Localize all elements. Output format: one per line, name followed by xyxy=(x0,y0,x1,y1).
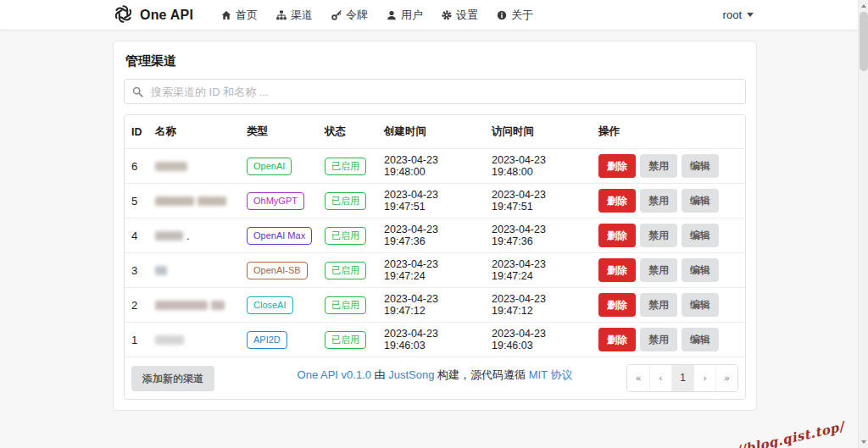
delete-button[interactable]: 删除 xyxy=(598,258,636,282)
channels-card: 管理渠道 ID 名称 类型 状态 创建时间 访问时间 操作 6 OpenAI 已… xyxy=(113,41,757,411)
scrollbar-thumb[interactable] xyxy=(860,12,868,71)
search-input[interactable] xyxy=(124,79,746,104)
channels-table: ID 名称 类型 状态 创建时间 访问时间 操作 6 OpenAI 已启用 20… xyxy=(124,114,746,400)
user-menu-dropdown[interactable]: root xyxy=(723,8,757,21)
nav-item-label: 令牌 xyxy=(346,8,368,23)
vertical-scrollbar[interactable] xyxy=(858,0,868,448)
channel-id: 6 xyxy=(126,155,150,178)
channel-id: 1 xyxy=(126,329,150,351)
type-badge: OpenAI xyxy=(247,158,292,175)
accessed-time: 2023-04-23 19:48:00 xyxy=(487,149,593,183)
delete-button[interactable]: 删除 xyxy=(598,328,636,351)
nav-item-label: 渠道 xyxy=(291,8,313,23)
one-api-logo-icon xyxy=(113,3,134,27)
accessed-time: 2023-04-23 19:47:36 xyxy=(487,218,593,252)
col-header-id: ID xyxy=(126,117,150,147)
accessed-time: 2023-04-23 19:47:12 xyxy=(487,288,593,322)
channel-id: 4 xyxy=(126,224,150,247)
table-row: 6 OpenAI 已启用 2023-04-23 19:48:00 2023-04… xyxy=(125,148,745,183)
nav-item-settings[interactable]: 设置 xyxy=(432,0,487,30)
delete-button[interactable]: 删除 xyxy=(598,154,636,178)
caret-down-icon xyxy=(747,13,754,17)
channel-name-redacted xyxy=(150,157,242,176)
sitemap-icon xyxy=(276,10,287,20)
redacted-blur-blob xyxy=(155,231,183,241)
nav-item-label: 首页 xyxy=(236,8,258,23)
key-icon xyxy=(331,10,342,20)
delete-button[interactable]: 删除 xyxy=(598,293,636,317)
page-title: 管理渠道 xyxy=(125,53,746,69)
disable-button[interactable]: 禁用 xyxy=(640,258,677,282)
table-row: 4 . OpenAI Max 已启用 2023-04-23 19:47:36 2… xyxy=(125,218,745,252)
created-time: 2023-04-23 19:47:51 xyxy=(379,184,487,218)
status-badge: 已启用 xyxy=(325,331,366,349)
accessed-time: 2023-04-23 19:47:51 xyxy=(487,184,593,218)
type-badge: OpenAI-SB xyxy=(247,262,308,279)
channel-id: 2 xyxy=(126,294,150,317)
disable-button[interactable]: 禁用 xyxy=(640,189,677,213)
status-badge: 已启用 xyxy=(325,227,366,245)
author-link[interactable]: JustSong xyxy=(388,368,434,381)
edit-button[interactable]: 编辑 xyxy=(682,293,719,317)
type-badge: CloseAI xyxy=(247,296,293,314)
disable-button[interactable]: 禁用 xyxy=(640,293,677,317)
disable-button[interactable]: 禁用 xyxy=(640,154,677,178)
type-badge: OhMyGPT xyxy=(247,192,304,210)
channel-name-redacted xyxy=(150,261,242,280)
version-link[interactable]: One API v0.1.0 xyxy=(298,368,371,381)
gear-icon xyxy=(442,10,452,20)
created-time: 2023-04-23 19:47:36 xyxy=(379,218,487,252)
license-link[interactable]: MIT 协议 xyxy=(529,368,573,381)
redacted-blur-blob xyxy=(155,335,184,345)
channel-id: 3 xyxy=(126,259,150,282)
channel-name-redacted xyxy=(150,191,242,211)
edit-button[interactable]: 编辑 xyxy=(682,328,719,351)
scroll-down-icon[interactable] xyxy=(861,440,866,444)
top-navbar: One API 首页 渠道 xyxy=(0,0,858,30)
nav-item-home[interactable]: 首页 xyxy=(212,0,267,30)
redacted-blur-blob xyxy=(155,196,194,206)
delete-button[interactable]: 删除 xyxy=(598,224,636,247)
delete-button[interactable]: 删除 xyxy=(598,189,636,213)
brand[interactable]: One API xyxy=(113,3,212,27)
table-row: 1 API2D 已启用 2023-04-23 19:46:03 2023-04-… xyxy=(125,322,745,357)
nav-item-tokens[interactable]: 令牌 xyxy=(322,0,377,30)
col-header-status: 状态 xyxy=(320,115,379,148)
redacted-blur-blob xyxy=(198,196,226,206)
redacted-blur-blob xyxy=(211,301,225,310)
edit-button[interactable]: 编辑 xyxy=(682,258,719,282)
nav-item-about[interactable]: 关于 xyxy=(487,0,542,30)
nav-item-channels[interactable]: 渠道 xyxy=(267,0,322,30)
accessed-time: 2023-04-23 19:47:24 xyxy=(487,253,593,287)
status-badge: 已启用 xyxy=(325,296,366,314)
home-icon xyxy=(221,10,231,20)
created-time: 2023-04-23 19:47:12 xyxy=(379,288,487,322)
brand-name: One API xyxy=(140,8,193,23)
nav-item-users[interactable]: 用户 xyxy=(377,0,432,30)
edit-button[interactable]: 编辑 xyxy=(682,154,719,178)
created-time: 2023-04-23 19:46:03 xyxy=(379,323,487,357)
col-header-accessed: 访问时间 xyxy=(487,115,593,148)
status-badge: 已启用 xyxy=(325,262,366,279)
scroll-up-icon[interactable] xyxy=(861,4,866,8)
redacted-blur-blob xyxy=(155,266,167,275)
type-badge: OpenAI Max xyxy=(247,227,312,245)
edit-button[interactable]: 编辑 xyxy=(682,224,719,247)
info-icon xyxy=(497,10,507,20)
channel-name-redacted xyxy=(150,330,242,350)
table-row: 5 OhMyGPT 已启用 2023-04-23 19:47:51 2023-0… xyxy=(125,183,745,218)
disable-button[interactable]: 禁用 xyxy=(640,224,677,247)
nav-item-label: 用户 xyxy=(401,8,423,23)
edit-button[interactable]: 编辑 xyxy=(682,189,719,213)
search-bar xyxy=(124,79,746,104)
channel-id: 5 xyxy=(126,190,150,213)
table-row: 2 CloseAI 已启用 2023-04-23 19:47:12 2023-0… xyxy=(125,287,745,322)
table-header-row: ID 名称 类型 状态 创建时间 访问时间 操作 xyxy=(125,115,745,148)
disable-button[interactable]: 禁用 xyxy=(640,328,677,351)
col-header-type: 类型 xyxy=(242,115,320,148)
search-icon xyxy=(132,86,143,100)
status-badge: 已启用 xyxy=(325,158,366,175)
redacted-blur-blob xyxy=(155,162,187,171)
type-badge: API2D xyxy=(247,331,287,349)
footer-text: 由 xyxy=(371,368,388,381)
